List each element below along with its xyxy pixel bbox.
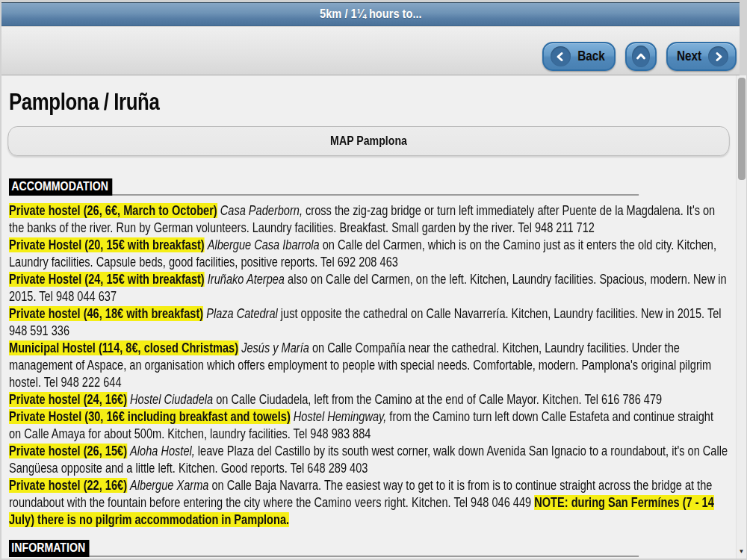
entry-hostel-name: Iruñako Aterpea [208,272,285,287]
accommodation-entry: Private hostel (24, 16€) Hostel Ciudadel… [9,391,728,408]
toolbar: Back Next [1,27,740,75]
chevron-left-icon [551,46,571,66]
accommodation-list: Private hostel (26, 6€, March to October… [9,202,728,529]
entry-highlight: Private Hostel (30, 16€ including breakf… [9,409,291,424]
section-divider-line [9,556,639,557]
entry-highlight: Municipal Hostel (114, 8€, closed Christ… [9,340,238,355]
accommodation-entry: Municipal Hostel (114, 8€, closed Christ… [9,340,728,391]
chevron-up-icon [632,46,650,67]
entry-hostel-name: Albergue Xarma [130,478,208,493]
content-area: Pamplona / Iruña MAP Pamplona ACCOMMODAT… [1,75,736,559]
title-bar-text: 5km / 1¼ hours to... [320,7,421,22]
section-header-information: INFORMATION [9,540,728,557]
scroll-down-icon[interactable]: ▼ [737,549,746,555]
next-button[interactable]: Next [666,42,737,71]
next-button-label: Next [677,49,701,64]
entry-highlight: Private hostel (22, 16€) [9,478,127,493]
entry-hostel-name: Casa Paderborn, [220,203,303,218]
accommodation-entry: Private hostel (22, 16€) Albergue Xarma … [9,477,728,529]
accommodation-entry: Private hostel (26, 15€) Aloha Hostel, l… [9,443,728,477]
entry-hostel-name: Aloha Hostel, [130,444,195,458]
entry-hostel-name: Hostel Ciudadela [130,392,213,407]
entry-hostel-name: Albergue Casa Ibarrola [208,237,320,252]
entry-highlight: Private hostel (26, 6€, March to October… [9,203,217,218]
entry-highlight: Private Hostel (24, 15€ with breakfast) [9,272,205,287]
title-bar: 5km / 1¼ hours to... [1,2,740,26]
entry-hostel-name: Hostel Hemingway, [294,409,387,424]
accommodation-entry: Private Hostel (30, 16€ including breakf… [9,408,728,443]
accommodation-entry: Private hostel (26, 6€, March to October… [9,202,728,237]
page-title: Pamplona / Iruña [9,90,736,115]
entry-hostel-name: Jesús y María [241,340,309,355]
entry-highlight: Private hostel (24, 16€) [9,392,127,407]
entry-hostel-name: Plaza Catedral [206,306,278,321]
scroll-to-top-button[interactable] [625,42,657,71]
section-header-label: ACCOMMODATION [9,178,112,196]
entry-highlight: Private Hostel (20, 15€ with breakfast) [9,237,205,252]
back-button-label: Back [577,49,605,64]
accommodation-entry: Private Hostel (24, 15€ with breakfast) … [9,271,728,305]
entry-highlight: Private hostel (26, 15€) [9,444,127,458]
accommodation-entry: Private hostel (46, 18€ with breakfast) … [9,305,728,340]
back-button[interactable]: Back [542,42,616,71]
section-header-accommodation: ACCOMMODATION [9,178,728,196]
section-header-label: INFORMATION [9,540,89,557]
map-pamplona-button[interactable]: MAP Pamplona [7,126,729,156]
scrollbar[interactable]: ▼ [736,75,746,559]
scrollbar-thumb[interactable] [738,78,746,180]
accommodation-entry: Private Hostel (20, 15€ with breakfast) … [9,237,728,271]
entry-description: on Calle Ciudadela, left from the Camino… [213,392,662,407]
entry-highlight: Private hostel (46, 18€ with breakfast) [9,306,203,321]
chevron-right-icon [708,46,728,66]
